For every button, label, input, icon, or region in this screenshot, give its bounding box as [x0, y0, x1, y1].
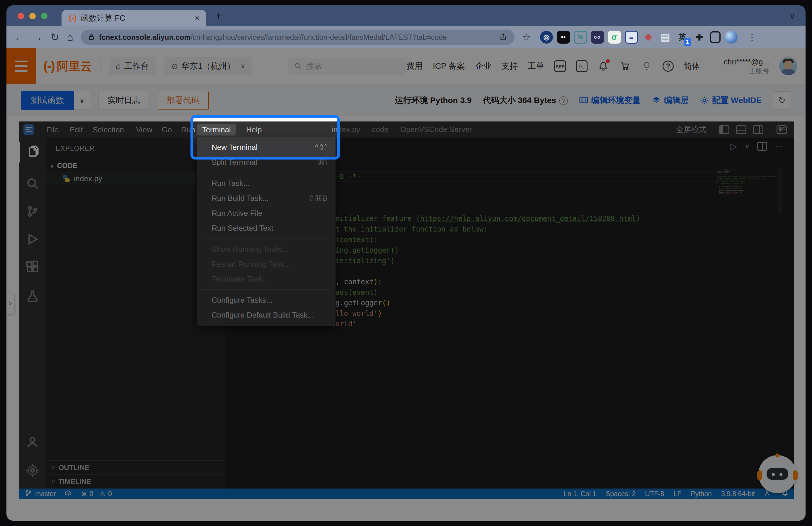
testing-activity-icon[interactable] — [19, 286, 46, 306]
help-icon[interactable]: ? — [663, 61, 674, 72]
test-function-button[interactable]: 测试函数 — [21, 91, 74, 110]
codesize-help-icon[interactable]: ? — [559, 96, 568, 105]
support-robot-mascot[interactable] — [758, 455, 796, 493]
tab-overview-icon[interactable]: ∨ — [789, 11, 796, 21]
split-editor-icon[interactable] — [757, 142, 767, 151]
search-input[interactable]: 搜索 — [288, 58, 406, 75]
lightbulb-icon[interactable] — [641, 60, 653, 72]
menu-help[interactable]: Help — [242, 124, 266, 136]
run-dropdown-icon[interactable]: ∨ — [745, 142, 750, 150]
refresh-button[interactable]: ↻ — [773, 91, 791, 109]
sidebar-expander-button[interactable]: > — [6, 293, 14, 314]
menuitem-run-task[interactable]: Run Task... — [197, 176, 335, 191]
minimap-slider[interactable] — [778, 167, 782, 214]
fullscreen-label[interactable]: 全屏模式 — [676, 124, 707, 135]
status-spaces-2[interactable]: Spaces: 2 — [606, 490, 636, 498]
bookmark-star-icon[interactable]: ☆ — [522, 32, 531, 43]
document-icon[interactable]: ▤ — [659, 31, 672, 44]
minimap[interactable]: # -*- coding: utf-8 -*-import loggingimp… — [717, 168, 776, 212]
app-icon[interactable]: APP — [554, 60, 566, 72]
menu-edit[interactable]: Edit — [65, 124, 88, 136]
status-ln-1-col-1[interactable]: Ln 1, Col 1 — [564, 490, 596, 498]
status-utf-8[interactable]: UTF-8 — [645, 490, 664, 498]
extensions-activity-icon[interactable] — [19, 257, 46, 277]
status-python[interactable]: Python — [691, 490, 712, 498]
account-info[interactable]: chri*****@g... 主账号 — [724, 57, 769, 75]
nav-item-0[interactable]: 费用 — [406, 61, 423, 72]
menuitem-split-terminal[interactable]: Split Terminal⌘\ — [197, 155, 335, 170]
browser-tab[interactable]: (-) 函数计算 FC × — [61, 10, 206, 26]
balloons-icon[interactable]: ❉ — [642, 31, 655, 44]
menu-terminal[interactable]: Terminal — [197, 124, 236, 136]
minimize-window-button[interactable] — [29, 13, 36, 19]
problems-status[interactable]: ⊗ 0 ⚠ 0 — [81, 490, 112, 498]
workbench-button[interactable]: ⌂ 工作台 — [109, 57, 156, 75]
dark-reader-icon[interactable]: •• — [557, 31, 570, 44]
sync-status[interactable] — [64, 489, 72, 498]
menuitem-configure-tasks[interactable]: Configure Tasks... — [197, 293, 335, 307]
menuitem-new-terminal[interactable]: New Terminal^⇧` — [197, 140, 335, 155]
nav-item-4[interactable]: 工单 — [528, 61, 544, 72]
status-3-9-8-64-bit[interactable]: 3.9.8 64-bit — [721, 490, 755, 498]
address-bar[interactable]: fcnext.console.aliyun.com/cn-hangzhou/se… — [81, 30, 514, 45]
cloudshell-icon[interactable]: >_ — [576, 60, 588, 72]
bell-icon[interactable] — [597, 60, 609, 72]
accounts-activity-icon[interactable] — [19, 432, 46, 452]
language-selector[interactable]: 简体 — [684, 61, 700, 72]
outline-section[interactable]: > OUTLINE — [46, 461, 225, 475]
back-button[interactable]: ← — [14, 32, 25, 43]
menu-go[interactable]: Go — [157, 124, 177, 136]
run-debug-activity-icon[interactable] — [19, 229, 46, 250]
frame-icon[interactable] — [710, 31, 721, 43]
menu-file[interactable]: File — [42, 124, 63, 136]
more-actions-icon[interactable]: ⋯ — [775, 141, 784, 151]
configure-webide-link[interactable]: 配置 WebIDE — [700, 95, 762, 106]
translate-icon[interactable]: 英1 — [676, 31, 689, 44]
settings-gear-icon[interactable] — [19, 460, 46, 481]
menuitem-terminate-task[interactable]: Terminate Task... — [197, 272, 335, 287]
run-file-icon[interactable]: ▷ — [730, 141, 737, 151]
nav-item-2[interactable]: 企业 — [475, 61, 491, 72]
test-function-dropdown-button[interactable]: ∨ — [74, 91, 90, 110]
menu-run[interactable]: Run — [176, 124, 200, 136]
search-activity-icon[interactable] — [19, 173, 46, 194]
status-lf[interactable]: LF — [673, 490, 681, 498]
menu-view[interactable]: View — [131, 124, 157, 136]
menuitem-show-running-tasks[interactable]: Show Running Tasks... — [197, 242, 335, 257]
password-manager-icon[interactable]: ◎ — [540, 31, 553, 44]
customize-layout-icon[interactable] — [777, 125, 787, 134]
menuitem-run-active-file[interactable]: Run Active File — [197, 206, 335, 221]
edit-env-vars-link[interactable]: 编辑环境变量 — [579, 95, 641, 106]
notion-clipper-icon[interactable]: N — [574, 31, 587, 44]
browser-menu-icon[interactable]: ⋮ — [748, 32, 757, 43]
puzzle-icon[interactable]: ✚ — [693, 31, 706, 44]
hamburger-menu-button[interactable] — [6, 48, 36, 84]
nav-item-1[interactable]: ICP 备案 — [433, 61, 465, 72]
reading-list-icon[interactable]: ≡ — [625, 31, 638, 44]
menuitem-configure-default-build-task[interactable]: Configure Default Build Task... — [197, 307, 335, 322]
cart-icon[interactable] — [619, 60, 631, 72]
menuitem-restart-running-task[interactable]: Restart Running Task... — [197, 257, 335, 272]
toggle-panel-icon[interactable] — [736, 125, 746, 134]
nav-item-3[interactable]: 支持 — [502, 61, 518, 72]
forward-button[interactable]: → — [32, 32, 43, 43]
explorer-activity-icon[interactable] — [19, 142, 46, 163]
new-tab-button[interactable]: + — [215, 9, 222, 22]
timeline-section[interactable]: > TIMELINE — [46, 475, 225, 489]
toggle-sidebar-icon[interactable] — [719, 125, 729, 134]
region-selector[interactable]: ⊙ 华东1（杭州） ∨ — [164, 57, 252, 75]
owl-avatar-icon[interactable]: oo — [591, 31, 604, 44]
home-button[interactable]: ⌂ — [67, 32, 73, 43]
source-control-activity-icon[interactable] — [19, 201, 46, 222]
zoom-window-button[interactable] — [41, 13, 47, 19]
deploy-code-button[interactable]: 部署代码 — [158, 91, 209, 110]
aliyun-logo[interactable]: (-) 阿里云 — [43, 58, 92, 74]
menu-selection[interactable]: Selection — [88, 124, 129, 136]
tab-close-icon[interactable]: × — [194, 13, 200, 23]
menuitem-run-selected-text[interactable]: Run Selected Text — [197, 221, 335, 236]
user-avatar[interactable] — [779, 57, 797, 75]
profile-avatar-icon[interactable] — [725, 31, 738, 44]
menuitem-run-build-task[interactable]: Run Build Task...⇧⌘B — [197, 191, 335, 206]
edit-layers-link[interactable]: 编辑层 — [652, 95, 688, 106]
close-window-button[interactable] — [18, 13, 24, 19]
